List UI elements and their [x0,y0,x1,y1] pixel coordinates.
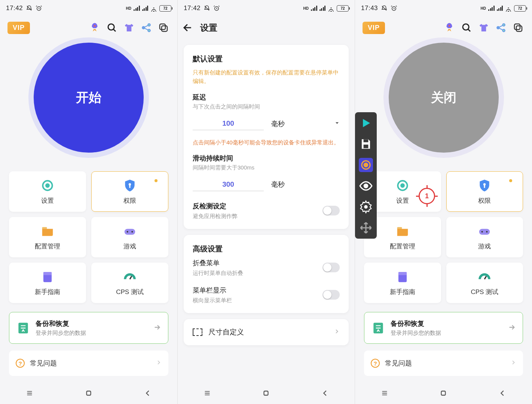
search-icon[interactable] [460,21,473,34]
recent-apps-button[interactable] [25,389,34,399]
card-guide[interactable]: 新手指南 [364,263,441,303]
svg-rect-28 [514,24,520,30]
section-warning: 只有新创建的配置设置有效，保存的配置需要在悬停菜单中编辑。 [193,68,340,85]
back-button[interactable] [498,389,507,399]
start-button[interactable]: 开始 [34,43,144,153]
svg-point-14 [127,231,128,232]
signal-icon [311,6,317,11]
delay-sub: 与下次点击之间的间隔时间 [193,103,340,110]
svg-rect-19 [87,391,91,395]
svg-rect-41 [364,139,369,142]
backup-row[interactable]: 备份和恢复 登录并同步您的数据 [364,312,523,344]
delay-heading: 延迟 [193,93,340,102]
faq-row[interactable]: ? 常见问题 [364,351,523,376]
card-games[interactable]: 游戏 [446,217,523,257]
swipe-unit: 毫秒 [271,180,285,189]
card-cps[interactable]: CPS 测试 [91,263,168,303]
svg-rect-47 [441,391,446,395]
delay-input[interactable] [193,117,264,130]
swipe-heading: 滑动持续时间 [193,154,340,163]
wifi-icon [505,5,512,12]
save-button[interactable] [359,137,373,151]
rocket-icon[interactable] [88,21,101,34]
screen-settings: 17:42 HD 72 设置 默认设置 只有新创建的配置设置有效，保存的配置需要… [177,0,355,404]
home-button[interactable] [85,389,93,399]
share-icon[interactable] [140,21,153,34]
recent-apps-button[interactable] [203,389,211,399]
vip-badge[interactable]: VIP [7,22,30,34]
faq-label: 常见问题 [385,359,412,368]
card-settings[interactable]: 设置 [9,171,86,212]
book-icon [395,270,410,284]
chevron-down-icon[interactable] [334,120,340,127]
start-button-label: 开始 [76,89,101,106]
notification-dot [509,179,512,182]
faq-row[interactable]: ? 常见问题 [9,351,168,376]
chevron-right-icon [508,323,516,333]
recent-apps-button[interactable] [380,389,389,399]
svg-rect-35 [479,229,490,235]
tshirt-icon[interactable] [123,21,135,34]
screen-home-start: 17:42 HD 72 VIP 开始 设置 权限 [0,0,177,404]
section-size[interactable]: 尺寸自定义 [184,319,349,345]
svg-point-43 [364,163,368,167]
fold-toggle[interactable] [322,263,340,272]
back-icon[interactable] [182,22,193,33]
status-bar: 17:42 HD 72 [0,0,177,16]
signal-icon-2 [319,6,326,11]
play-button[interactable] [359,116,373,130]
copy-icon[interactable] [512,21,525,34]
back-button[interactable] [321,389,329,399]
chevron-right-icon [153,323,161,333]
eye-button[interactable] [359,179,373,193]
click-target-marker[interactable]: 1 [419,188,435,204]
folder-icon [40,224,55,238]
settings-button[interactable] [359,200,373,214]
card-permissions[interactable]: 权限 [446,171,523,212]
svg-point-31 [401,184,404,187]
card-label: 游戏 [478,242,491,251]
share-icon[interactable] [495,21,507,34]
copy-icon[interactable] [157,21,170,34]
floating-toolbar[interactable] [355,112,377,239]
rocket-icon[interactable] [443,21,456,34]
signal-icon [134,6,140,11]
antidetect-toggle[interactable] [322,206,340,215]
hd-indicator: HD [303,6,309,10]
android-navbar [355,384,532,404]
backup-title: 备份和恢复 [36,319,86,328]
card-config[interactable]: 配置管理 [9,217,86,257]
fold-sub: 运行时菜单自动折叠 [193,270,243,277]
card-label: CPS 测试 [116,288,144,296]
resize-icon [193,328,202,336]
card-guide[interactable]: 新手指南 [9,263,86,303]
close-button[interactable]: 关闭 [389,43,499,153]
chevron-right-icon [334,328,340,336]
chevron-right-icon [156,359,162,367]
section-title: 高级设置 [193,244,340,254]
back-button[interactable] [144,389,152,399]
gear-icon [40,178,55,193]
home-button[interactable] [439,389,447,399]
vip-badge[interactable]: VIP [363,22,385,34]
svg-point-15 [131,231,133,232]
card-games[interactable]: 游戏 [91,217,168,257]
tshirt-icon[interactable] [477,21,490,34]
gauge-icon [123,270,137,284]
card-cps[interactable]: CPS 测试 [446,263,523,303]
search-icon[interactable] [106,21,118,34]
swipe-input[interactable] [193,178,264,191]
backup-icon [16,321,30,335]
delay-warning: 点击间隔小于40毫秒可能会导致您的设备卡住或异常退出。 [193,138,340,147]
svg-rect-11 [129,185,130,188]
svg-rect-39 [398,272,407,275]
tap-button[interactable] [359,158,373,172]
move-button[interactable] [359,221,373,235]
home-button[interactable] [262,389,270,399]
backup-row[interactable]: 备份和恢复 登录并同步您的数据 [9,312,168,344]
backup-icon [371,321,385,335]
menubar-toggle[interactable] [322,290,340,300]
alarm-icon [36,5,42,12]
battery-indicator: 72 [159,5,171,12]
card-permissions[interactable]: 权限 [91,171,168,212]
